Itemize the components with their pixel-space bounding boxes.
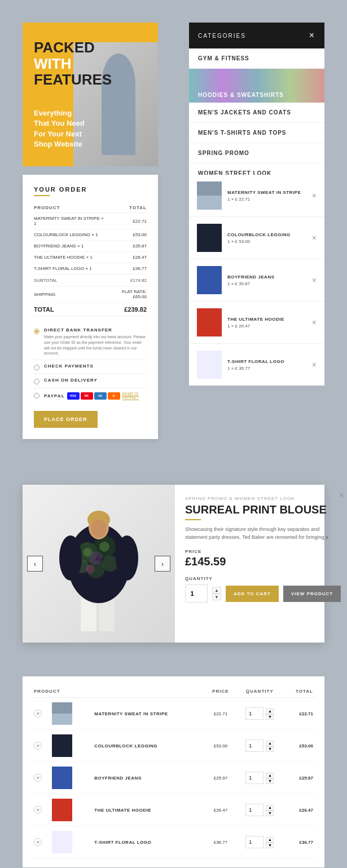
ct-thumb-td-2: [50, 762, 92, 794]
ct-qty-down-4[interactable]: ▼: [266, 843, 274, 848]
cart-name-2: BOYFRIEND JEANS: [227, 274, 306, 280]
ct-qty-input-1[interactable]: [245, 739, 263, 752]
payment-radio-direct[interactable]: [34, 329, 39, 334]
what-is-paypal-link[interactable]: WHAT IS PAYPAL?: [122, 392, 147, 400]
ct-qty-input-4[interactable]: [245, 836, 263, 848]
category-item-jackets[interactable]: MEN'S JACKETS AND COATS: [189, 103, 324, 123]
ct-qty-up-3[interactable]: ▲: [266, 805, 274, 811]
cart-table-col-price: PRICE: [205, 685, 236, 698]
ct-remove-icon-0[interactable]: ✕: [34, 710, 42, 718]
payment-option-direct[interactable]: DIRECT BANK TRANSFER Make your payment d…: [34, 324, 147, 360]
payment-option-cash[interactable]: CASH ON DELIVERY: [34, 374, 147, 388]
quickview-price: £145.59: [185, 555, 341, 568]
ct-qty-down-2[interactable]: ▼: [266, 778, 274, 784]
cart-remove-3[interactable]: ×: [312, 318, 317, 326]
quickview-next-button[interactable]: ›: [155, 556, 170, 572]
cart-table-col-quantity: QUANTITY: [236, 685, 283, 698]
ct-thumb-3: [52, 799, 72, 821]
svg-point-7: [102, 556, 118, 572]
cart-name-1: COLOURBLOCK LEGGING: [227, 232, 306, 237]
quickview-qty-down[interactable]: ▼: [212, 594, 221, 600]
ct-qty-input-3[interactable]: [245, 804, 263, 816]
visa-icon: VISA: [67, 392, 80, 400]
cart-table-row-2: ✕ BOYFRIEND JEANS £25.97 ▲ ▼ £25.87: [32, 762, 315, 794]
ct-remove-3[interactable]: ✕: [32, 794, 50, 826]
category-item-spring-promo[interactable]: SPRING PROMO: [189, 143, 324, 163]
ct-qty-up-0[interactable]: ▲: [266, 708, 274, 714]
ct-qty-up-1[interactable]: ▲: [266, 741, 274, 746]
ct-qty-down-1[interactable]: ▼: [266, 746, 274, 752]
cart-table-col-product: PRODUCT: [32, 685, 205, 698]
category-item-hoodies-featured[interactable]: HOODIES & SWEATSHIRTS: [189, 69, 324, 103]
ct-qty-steps-3: ▲ ▼: [266, 805, 274, 816]
quickview-product-title: SURREAL PRINT BLOUSE: [185, 503, 341, 516]
ct-name-3: THE ULTIMATE HOODIE: [94, 808, 151, 813]
cart-price-1: 1 × £ 53.00: [227, 239, 306, 244]
quickview-prev-button[interactable]: ‹: [27, 556, 43, 572]
ct-qty-down-0[interactable]: ▼: [266, 714, 274, 720]
payment-radio-cash[interactable]: [34, 379, 39, 384]
ct-total-td-0: £22.71: [284, 698, 315, 730]
payment-radio-paypal[interactable]: [34, 393, 39, 398]
cart-remove-4[interactable]: ×: [312, 361, 317, 369]
order-total-value: £239.82: [107, 303, 147, 316]
quickview-price-label: PRICE: [185, 549, 341, 554]
categories-close-button[interactable]: ×: [309, 30, 315, 41]
ct-thumb-1: [52, 734, 72, 757]
ct-qty-td-0: ▲ ▼: [236, 698, 283, 730]
ct-remove-icon-1[interactable]: ✕: [34, 742, 42, 750]
cart-remove-0[interactable]: ×: [312, 192, 317, 200]
payment-option-paypal[interactable]: PAYPAL VISA MC AE D WHAT IS PAYPAL?: [34, 388, 147, 403]
quickview-view-product-button[interactable]: VIEW PRODUCT: [283, 586, 341, 602]
ct-price-td-3: £26.47: [205, 794, 236, 826]
cart-table-row-3: ✕ THE ULTIMATE HOODIE £26.47 ▲ ▼ £26.47: [32, 794, 315, 826]
payment-radio-check[interactable]: [34, 365, 39, 370]
ct-qty-down-3[interactable]: ▼: [266, 811, 274, 816]
cart-item-2: BOYFRIEND JEANS 1 × £ 35.87 ×: [189, 259, 324, 302]
ct-remove-4[interactable]: ✕: [32, 826, 50, 858]
ct-total-4: £36.77: [300, 840, 313, 845]
ct-remove-icon-2[interactable]: ✕: [34, 774, 42, 782]
ct-qty-input-2[interactable]: [245, 772, 263, 784]
svg-point-16: [91, 520, 107, 538]
quickview-qty-steps: ▲ ▼: [212, 587, 221, 600]
svg-point-12: [59, 535, 82, 581]
quickview-breadcrumb: SPRING PROMO & WOMEN STREET LOOK: [185, 496, 341, 501]
cart-info-3: THE ULTIMATE HOODIE 1 × £ 26.47: [227, 317, 306, 329]
quickview-qty-input[interactable]: [185, 584, 208, 603]
ct-name-2: BOYFRIEND JEANS: [94, 776, 142, 781]
order-subtotal-row: SUBTOTAL £174.82: [34, 274, 147, 286]
ct-qty-up-4[interactable]: ▲: [266, 837, 274, 843]
order-item-name-4: T-SHIRT FLORAL LOGO × 1: [34, 263, 107, 274]
cart-info-2: BOYFRIEND JEANS 1 × £ 35.87: [227, 274, 306, 286]
quickview-close-button[interactable]: ×: [339, 490, 344, 501]
ct-qty-input-0[interactable]: [245, 707, 263, 720]
cart-remove-1[interactable]: ×: [312, 234, 317, 242]
cart-table-header-row: PRODUCT PRICE QUANTITY TOTAL: [32, 685, 315, 698]
quickview-qty-up[interactable]: ▲: [212, 587, 221, 594]
ct-price-4: £36.77: [214, 840, 227, 845]
ct-remove-1[interactable]: ✕: [32, 730, 50, 762]
ct-remove-icon-3[interactable]: ✕: [34, 806, 42, 814]
category-item-gym[interactable]: GYM & FITNESS: [189, 48, 324, 69]
ct-remove-2[interactable]: ✕: [32, 762, 50, 794]
order-table: PRODUCT TOTAL MATERNITY SWEAT IN STRIPE …: [34, 203, 147, 316]
svg-point-9: [99, 542, 109, 552]
cart-remove-2[interactable]: ×: [312, 276, 317, 284]
order-row-1: COLOURBLOCK LEGGING × 1 £53.00: [34, 229, 147, 241]
ct-remove-icon-4[interactable]: ✕: [34, 838, 42, 846]
ct-remove-0[interactable]: ✕: [32, 698, 50, 730]
ct-qty-up-2[interactable]: ▲: [266, 773, 274, 778]
payment-option-check[interactable]: CHECK PAYMENTS: [34, 360, 147, 374]
order-subtotal-label: SUBTOTAL: [34, 274, 107, 286]
ct-total-0: £22.71: [300, 711, 313, 716]
place-order-button[interactable]: PLACE ORDER: [34, 411, 98, 428]
payment-direct-desc: Make your payment directly into our bank…: [44, 334, 147, 356]
order-item-price-2: £35.87: [107, 241, 147, 252]
ct-thumb-td-1: [50, 730, 92, 762]
quickview-add-to-cart-button[interactable]: ADD TO CART: [226, 586, 279, 602]
order-total-row: TOTAL £239.82: [34, 303, 147, 316]
ct-price-td-4: £36.77: [205, 826, 236, 858]
category-item-tshirts[interactable]: MEN'S T-SHIRTS AND TOPS: [189, 123, 324, 143]
ct-total-2: £25.87: [300, 776, 313, 781]
